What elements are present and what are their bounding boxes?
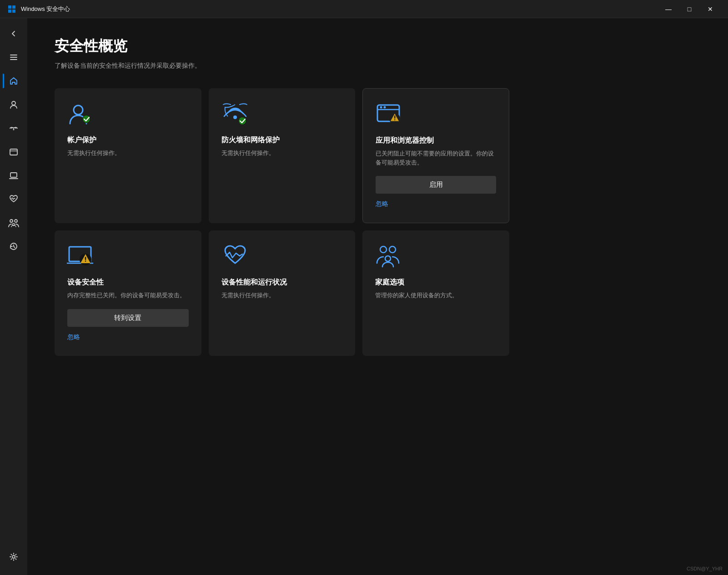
sidebar-item-browser[interactable] (3, 141, 25, 163)
card-browser-desc: 已关闭阻止可能不需要的应用的设置。你的设备可能易受攻击。 (376, 149, 496, 167)
close-button[interactable]: ✕ (700, 0, 721, 18)
card-browser-enable-button[interactable]: 启用 (376, 176, 496, 194)
page-title: 安全性概览 (55, 36, 701, 56)
card-firewall-icon (221, 101, 249, 128)
card-browser-title: 应用和浏览器控制 (376, 136, 496, 145)
card-family[interactable]: 家庭选项 管理你的家人使用设备的方式。 (362, 230, 509, 356)
back-icon (10, 30, 18, 38)
svg-rect-28 (394, 115, 396, 119)
settings-icon (9, 552, 18, 561)
card-device-security[interactable]: 设备安全性 内存完整性已关闭。你的设备可能易受攻击。 转到设置 忽略 (55, 230, 201, 356)
card-device-security-icon (67, 243, 95, 270)
card-health[interactable]: 设备性能和运行状况 无需执行任何操作。 (209, 230, 356, 356)
svg-point-35 (380, 246, 387, 253)
svg-point-37 (385, 256, 391, 261)
titlebar-left: Windows 安全中心 (7, 5, 70, 14)
svg-point-29 (394, 119, 395, 120)
titlebar: Windows 安全中心 — □ ✕ (0, 0, 728, 18)
sidebar-item-home[interactable] (3, 70, 25, 92)
watermark: CSDN@Y_YHR (687, 566, 723, 571)
svg-point-16 (12, 555, 15, 558)
history-icon (9, 242, 18, 251)
window-controls: — □ ✕ (658, 0, 721, 18)
app-icon (7, 5, 16, 14)
home-icon (9, 76, 18, 85)
maximize-button[interactable]: □ (679, 0, 700, 18)
family-icon (8, 218, 19, 227)
svg-rect-3 (12, 10, 15, 13)
sidebar-item-back[interactable] (3, 23, 25, 45)
card-firewall-desc: 无需执行任何操作。 (221, 149, 343, 158)
sidebar-item-menu[interactable] (3, 46, 25, 68)
svg-point-17 (74, 105, 83, 115)
svg-point-13 (10, 220, 13, 222)
svg-point-25 (380, 106, 382, 109)
sidebar-item-account[interactable] (3, 94, 25, 115)
sidebar-item-family[interactable] (3, 212, 25, 234)
svg-rect-1 (12, 5, 15, 9)
svg-rect-11 (10, 173, 17, 177)
card-firewall[interactable]: 防火墙和网络保护 无需执行任何操作。 (209, 88, 356, 223)
laptop-icon (9, 171, 18, 180)
card-device-security-ignore-link[interactable]: 忽略 (67, 333, 189, 341)
svg-point-26 (384, 106, 386, 109)
sidebar-item-history[interactable] (3, 235, 25, 257)
card-health-desc: 无需执行任何操作。 (221, 291, 343, 300)
minimize-button[interactable]: — (658, 0, 679, 18)
sidebar-item-settings[interactable] (3, 546, 25, 568)
svg-rect-0 (8, 5, 11, 9)
card-account-icon (67, 101, 95, 128)
app-container: 安全性概览 了解设备当前的安全性和运行情况并采取必要操作。 帐户保护 无需执行任… (0, 18, 728, 575)
svg-point-8 (13, 129, 15, 130)
svg-point-7 (12, 101, 15, 105)
card-device-security-title: 设备安全性 (67, 278, 189, 287)
sidebar-item-network[interactable] (3, 117, 25, 139)
browser-icon (9, 147, 18, 156)
main-content: 安全性概览 了解设备当前的安全性和运行情况并采取必要操作。 帐户保护 无需执行任… (27, 18, 728, 575)
svg-point-20 (233, 115, 237, 119)
card-family-icon (375, 243, 402, 270)
page-subtitle: 了解设备当前的安全性和运行情况并采取必要操作。 (55, 62, 701, 70)
svg-point-36 (389, 246, 396, 253)
svg-rect-2 (8, 10, 11, 13)
card-account-title: 帐户保护 (67, 135, 189, 145)
card-device-security-goto-button[interactable]: 转到设置 (67, 309, 189, 327)
card-device-security-desc: 内存完整性已关闭。你的设备可能易受攻击。 (67, 291, 189, 300)
menu-icon (10, 53, 18, 61)
svg-point-14 (15, 220, 17, 222)
sidebar-item-health[interactable] (3, 188, 25, 210)
card-browser[interactable]: 应用和浏览器控制 已关闭阻止可能不需要的应用的设置。你的设备可能易受攻击。 启用… (362, 88, 509, 223)
card-account[interactable]: 帐户保护 无需执行任何操作。 (55, 88, 201, 223)
card-account-desc: 无需执行任何操作。 (67, 149, 189, 158)
person-icon (9, 100, 18, 109)
sidebar-item-device-security[interactable] (3, 165, 25, 186)
network-icon (9, 124, 19, 133)
card-family-title: 家庭选项 (375, 278, 497, 287)
app-title: Windows 安全中心 (21, 5, 70, 13)
svg-rect-9 (10, 149, 17, 155)
card-health-title: 设备性能和运行状况 (221, 278, 343, 287)
svg-point-34 (85, 260, 86, 262)
card-health-icon (221, 243, 249, 270)
card-browser-icon (376, 101, 403, 129)
svg-rect-33 (85, 257, 86, 260)
heart-icon (9, 195, 19, 204)
cards-grid: 帐户保护 无需执行任何操作。 (55, 88, 509, 356)
card-firewall-title: 防火墙和网络保护 (221, 135, 343, 145)
card-browser-ignore-link[interactable]: 忽略 (376, 200, 496, 208)
card-family-desc: 管理你的家人使用设备的方式。 (375, 291, 497, 300)
sidebar (0, 18, 27, 575)
